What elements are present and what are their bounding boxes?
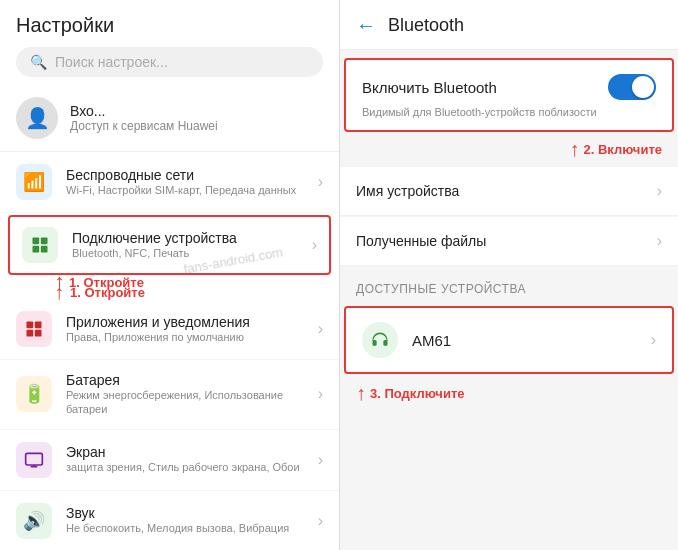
screen-text: Экран защита зрения, Стиль рабочего экра… [66, 444, 304, 474]
step1-annotation: ↑ 1. Откройте [54, 271, 144, 293]
am61-chevron: › [651, 331, 656, 349]
menu-item-device-wrapper: Подключение устройства Bluetooth, NFC, П… [4, 215, 335, 275]
account-sub: Доступ к сервисам Huawei [70, 119, 218, 133]
step1-spacer: ↑ 1. Откройте [0, 277, 339, 299]
step2-arrow: ↑ [569, 138, 579, 161]
search-icon: 🔍 [30, 54, 47, 70]
device-name-label: Имя устройства [356, 183, 657, 199]
right-panel: ← Bluetooth Включить Bluetooth Видимый д… [340, 0, 678, 550]
toggle-label: Включить Bluetooth [362, 79, 608, 96]
svg-rect-2 [33, 246, 40, 253]
account-name: Вхо... [70, 103, 218, 119]
wifi-sub: Wi-Fi, Настройки SIM-карт, Передача данн… [66, 183, 304, 197]
bluetooth-title: Bluetooth [388, 15, 464, 36]
menu-item-apps[interactable]: Приложения и уведомления Права, Приложен… [0, 299, 339, 360]
received-files-chevron: › [657, 232, 662, 250]
account-info: Вхо... Доступ к сервисам Huawei [70, 103, 218, 133]
step2-label: 2. Включите [583, 142, 662, 157]
device-name-chevron: › [657, 182, 662, 200]
device-icon [22, 227, 58, 263]
bluetooth-toggle-card: Включить Bluetooth Видимый для Bluetooth… [344, 58, 674, 132]
screen-title: Экран [66, 444, 304, 460]
left-panel: Настройки 🔍 Поиск настроек... 👤 Вхо... Д… [0, 0, 340, 550]
wifi-title: Беспроводные сети [66, 167, 304, 183]
received-files-card: Полученные файлы › [340, 217, 678, 266]
menu-item-device[interactable]: Подключение устройства Bluetooth, NFC, П… [8, 215, 331, 275]
svg-rect-6 [27, 330, 34, 337]
battery-chevron: › [318, 385, 323, 403]
search-placeholder: Поиск настроек... [55, 54, 168, 70]
step1-arrow: ↑ [54, 271, 65, 293]
step1-label: 1. Откройте [69, 275, 144, 290]
sound-chevron: › [318, 512, 323, 530]
wifi-text: Беспроводные сети Wi-Fi, Настройки SIM-к… [66, 167, 304, 197]
apps-sub: Права, Приложения по умолчанию [66, 330, 304, 344]
menu-list: 📶 Беспроводные сети Wi-Fi, Настройки SIM… [0, 152, 339, 550]
svg-rect-8 [26, 453, 43, 465]
step2-annotation: ↑ 2. Включите [340, 136, 678, 167]
screen-svg-icon [24, 450, 44, 470]
device-name-card: Имя устройства › [340, 167, 678, 216]
back-button[interactable]: ← [356, 14, 376, 37]
svg-rect-1 [41, 238, 48, 245]
avatar: 👤 [16, 97, 58, 139]
apps-icon [16, 311, 52, 347]
menu-item-wifi-wrapper: 📶 Беспроводные сети Wi-Fi, Настройки SIM… [0, 152, 339, 213]
device-title: Подключение устройства [72, 230, 298, 246]
device-name-row[interactable]: Имя устройства › [340, 167, 678, 216]
available-devices-header: ДОСТУПНЫЕ УСТРОЙСТВА [340, 270, 678, 302]
settings-title: Настройки [16, 14, 323, 37]
battery-text: Батарея Режим энергосбережения, Использо… [66, 372, 304, 417]
received-files-label: Полученные файлы [356, 233, 657, 249]
received-files-row[interactable]: Полученные файлы › [340, 217, 678, 266]
sound-text: Звук Не беспокоить, Мелодия вызова, Вибр… [66, 505, 304, 535]
svg-rect-4 [27, 322, 34, 329]
am61-device-card: AM61 › [344, 306, 674, 374]
apps-text: Приложения и уведомления Права, Приложен… [66, 314, 304, 344]
menu-item-wifi[interactable]: 📶 Беспроводные сети Wi-Fi, Настройки SIM… [0, 152, 339, 213]
avatar-icon: 👤 [25, 106, 50, 130]
apps-svg-icon [24, 319, 44, 339]
left-header: Настройки 🔍 Поиск настроек... [0, 0, 339, 85]
menu-item-battery[interactable]: 🔋 Батарея Режим энергосбережения, Исполь… [0, 360, 339, 430]
wifi-icon: 📶 [16, 164, 52, 200]
device-text: Подключение устройства Bluetooth, NFC, П… [72, 230, 298, 260]
sound-icon: 🔊 [16, 503, 52, 539]
am61-name: AM61 [412, 332, 651, 349]
screen-icon [16, 442, 52, 478]
step3-annotation: ↑ 3. Подключите [340, 378, 678, 411]
sound-title: Звук [66, 505, 304, 521]
menu-item-screen[interactable]: Экран защита зрения, Стиль рабочего экра… [0, 430, 339, 491]
right-content: Включить Bluetooth Видимый для Bluetooth… [340, 50, 678, 550]
battery-sub: Режим энергосбережения, Использование ба… [66, 388, 304, 417]
svg-rect-7 [35, 330, 42, 337]
svg-rect-3 [41, 246, 48, 253]
apps-chevron: › [318, 320, 323, 338]
wifi-chevron: › [318, 173, 323, 191]
am61-device-row[interactable]: AM61 › [346, 308, 672, 372]
device-sub: Bluetooth, NFC, Печать [72, 246, 298, 260]
svg-rect-5 [35, 322, 42, 329]
apps-title: Приложения и уведомления [66, 314, 304, 330]
toggle-row: Включить Bluetooth [346, 60, 672, 106]
right-header: ← Bluetooth [340, 0, 678, 50]
step3-label: 3. Подключите [370, 386, 465, 401]
headphones-svg [370, 330, 390, 350]
account-row[interactable]: 👤 Вхо... Доступ к сервисам Huawei [0, 85, 339, 152]
headphones-icon [362, 322, 398, 358]
device-svg-icon [30, 235, 50, 255]
bluetooth-toggle[interactable] [608, 74, 656, 100]
battery-title: Батарея [66, 372, 304, 388]
toggle-sub: Видимый для Bluetooth-устройств поблизос… [346, 106, 672, 130]
device-chevron: › [312, 236, 317, 254]
menu-item-sound[interactable]: 🔊 Звук Не беспокоить, Мелодия вызова, Ви… [0, 491, 339, 550]
battery-icon: 🔋 [16, 376, 52, 412]
step3-arrow: ↑ [356, 382, 366, 405]
sound-sub: Не беспокоить, Мелодия вызова, Вибрация [66, 521, 304, 535]
search-box[interactable]: 🔍 Поиск настроек... [16, 47, 323, 77]
screen-chevron: › [318, 451, 323, 469]
svg-rect-0 [33, 238, 40, 245]
screen-sub: защита зрения, Стиль рабочего экрана, Об… [66, 460, 304, 474]
